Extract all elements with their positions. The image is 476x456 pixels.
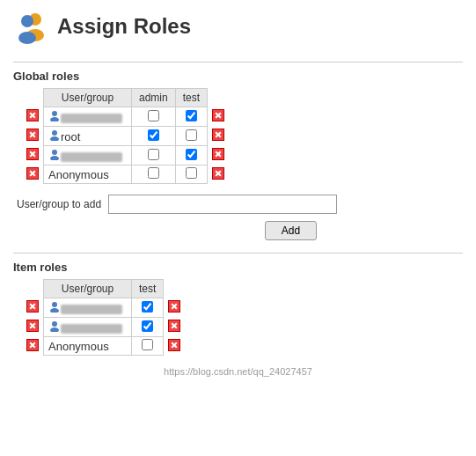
item-delete-col-header2 [164, 280, 186, 298]
delete-row-button[interactable] [168, 339, 180, 351]
watermark: https://blog.csdn.net/qq_24027457 [13, 366, 463, 377]
delete-cell-right [208, 107, 230, 127]
anonymous-label: Anonymous [48, 168, 109, 181]
page-header: Assign Roles [13, 9, 463, 48]
delete-cell-right [208, 127, 230, 146]
admin-checkbox-cell [132, 107, 176, 127]
role-checkbox[interactable] [186, 149, 197, 160]
user-cell [44, 107, 132, 127]
svg-point-8 [52, 150, 57, 155]
table-row: Anonymous [22, 165, 229, 184]
username: root [61, 130, 80, 143]
user-icon [48, 320, 61, 332]
delete-row-button[interactable] [212, 129, 224, 141]
test-checkbox-cell [175, 107, 207, 127]
delete-row-button[interactable] [26, 109, 39, 121]
role-checkbox[interactable] [148, 149, 159, 160]
role-checkbox[interactable] [142, 339, 153, 350]
delete-row-button[interactable] [168, 320, 180, 332]
delete-cell [22, 318, 44, 337]
role-checkbox[interactable] [186, 167, 197, 179]
global-roles-table: User/group admin test root Anonymous [22, 88, 229, 184]
delete-cell [22, 337, 44, 356]
blurred-username [61, 152, 122, 162]
add-user-input[interactable] [108, 195, 337, 214]
delete-cell-right [208, 146, 230, 165]
global-roles-title: Global roles [13, 70, 463, 83]
delete-cell-right [208, 165, 230, 184]
svg-point-10 [52, 302, 57, 307]
table-row [22, 146, 229, 165]
delete-row-button[interactable] [212, 167, 224, 180]
role-checkbox[interactable] [142, 301, 153, 313]
role-checkbox[interactable] [142, 320, 153, 332]
role-checkbox[interactable] [186, 110, 197, 121]
test-checkbox-cell [132, 298, 164, 318]
user-cell: root [44, 127, 132, 146]
delete-cell-right [164, 298, 186, 318]
item-roles-divider [13, 253, 463, 254]
table-row [22, 318, 185, 337]
user-cell: Anonymous [44, 337, 132, 356]
global-col-admin: admin [132, 89, 176, 107]
table-row [22, 107, 229, 127]
blurred-username [61, 324, 122, 334]
global-roles-divider [13, 62, 463, 63]
delete-row-button[interactable] [212, 109, 224, 121]
user-cell [44, 146, 132, 165]
item-col-usergroup: User/group [44, 280, 132, 298]
svg-point-3 [18, 32, 36, 44]
test-checkbox-cell [175, 165, 207, 184]
delete-row-button[interactable] [26, 129, 39, 141]
admin-checkbox-cell [132, 127, 176, 146]
delete-row-button[interactable] [26, 148, 39, 160]
user-icon [48, 109, 61, 121]
delete-row-button[interactable] [26, 339, 39, 351]
delete-col-header2 [208, 89, 230, 107]
item-roles-title: Item roles [13, 261, 463, 274]
add-user-row: User/group to add [13, 195, 463, 214]
role-checkbox[interactable] [148, 110, 159, 121]
user-cell: Anonymous [44, 165, 132, 184]
admin-checkbox-cell [132, 146, 176, 165]
user-icon [48, 129, 61, 141]
user-icon [48, 148, 61, 160]
svg-point-11 [50, 308, 59, 313]
role-checkbox[interactable] [186, 129, 197, 141]
svg-point-12 [52, 321, 57, 327]
role-checkbox[interactable] [148, 129, 159, 141]
item-col-test: test [132, 280, 164, 298]
delete-row-button[interactable] [212, 148, 224, 160]
svg-point-13 [50, 327, 59, 332]
assign-roles-icon [13, 9, 48, 44]
delete-col-header [22, 89, 44, 107]
add-button[interactable]: Add [265, 221, 317, 240]
test-checkbox-cell [175, 146, 207, 165]
delete-cell [22, 298, 44, 318]
delete-cell [22, 165, 44, 184]
global-col-test: test [175, 89, 207, 107]
role-checkbox[interactable] [148, 167, 159, 179]
test-checkbox-cell [175, 127, 207, 146]
table-row: root [22, 127, 229, 146]
table-row: Anonymous [22, 337, 185, 356]
add-user-label: User/group to add [17, 198, 101, 210]
user-cell [44, 298, 132, 318]
global-col-usergroup: User/group [44, 89, 132, 107]
delete-row-button[interactable] [168, 300, 180, 313]
delete-cell-right [164, 337, 186, 356]
test-checkbox-cell [132, 318, 164, 337]
svg-point-9 [50, 156, 59, 160]
delete-row-button[interactable] [26, 300, 39, 313]
page-title: Assign Roles [57, 14, 191, 39]
svg-point-4 [52, 111, 57, 116]
delete-cell-right [164, 318, 186, 337]
svg-point-5 [50, 117, 59, 121]
delete-row-button[interactable] [26, 167, 39, 180]
delete-row-button[interactable] [26, 320, 39, 332]
user-cell [44, 318, 132, 337]
user-icon [48, 300, 61, 313]
svg-point-6 [52, 130, 57, 136]
blurred-username [61, 305, 122, 314]
item-delete-col-header [22, 280, 44, 298]
